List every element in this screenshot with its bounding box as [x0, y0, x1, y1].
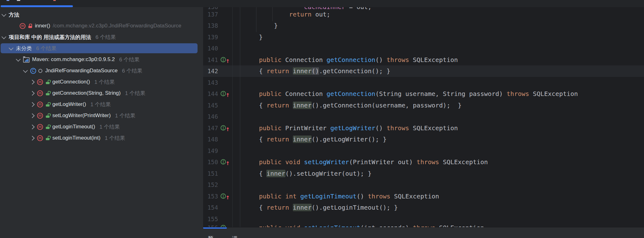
code-text: public void setLoginTimeout(int seconds)… [229, 222, 484, 227]
tree-row-method-getconnection-string-string[interactable]: mgetConnection(String, String)1 个结果 [0, 88, 203, 99]
code-line-154[interactable]: 154 { return inner().getLoginTimeout(); … [203, 202, 644, 213]
tree-row-section-methods[interactable]: 方法 [0, 9, 203, 20]
code-text: public Connection getConnection(String u… [229, 88, 578, 100]
code-preview-editor[interactable]: 136 cachedInner = out;137 return out;138… [203, 7, 644, 227]
chevron-right-icon[interactable] [30, 113, 35, 118]
line-number: 153 [203, 191, 218, 202]
lock-open-icon [46, 113, 50, 118]
line-number: 138 [203, 20, 218, 31]
tree-item-label: 方法 [9, 11, 19, 18]
tree-row-usage-target-inner[interactable]: minner()/com.mchange.v2.c3p0.JndiRefForw… [0, 20, 203, 31]
tree-row-method-setlogintimeout[interactable]: msetLoginTimeout(int)1 个结果 [0, 132, 203, 144]
tree-item-label: setLogWriter(PrintWriter) [52, 112, 111, 119]
code-text: { return inner().getConnection(); } [229, 65, 390, 77]
chevron-right-icon[interactable] [30, 136, 35, 140]
code-line-145[interactable]: 145 { return inner().getConnection(usern… [203, 100, 644, 111]
result-count: 6 个结果 [95, 34, 116, 41]
result-count: 1 个结果 [94, 79, 115, 86]
chevron-down-icon[interactable] [2, 12, 7, 17]
line-number: 139 [203, 31, 218, 43]
line-number: 156 [203, 222, 218, 227]
method-icon: m [37, 79, 43, 85]
code-line-143[interactable]: 143 [203, 77, 644, 88]
lock-open-icon [46, 91, 50, 96]
tab-preview-label: 预览 [208, 235, 213, 238]
active-tab-indicator [1, 5, 73, 7]
lock-open-icon [46, 102, 50, 107]
result-count: 1 个结果 [125, 90, 145, 97]
code-line-153[interactable]: 153I↑ public int getLoginTimeout() throw… [203, 191, 644, 202]
tree-row-library-maven-c3p0[interactable]: Maven: com.mchange:c3p0:0.9.5.26 个结果 [0, 54, 203, 65]
code-text: return out; [229, 9, 330, 20]
tree-row-method-getlogintimeout[interactable]: mgetLoginTimeout()1 个结果 [0, 121, 203, 132]
chevron-down-icon[interactable] [2, 34, 7, 39]
code-line-142[interactable]: 142 { return inner().getConnection(); } [203, 65, 644, 77]
code-line-138[interactable]: 138 } [203, 20, 644, 31]
code-text: { return inner().getLoginTimeout(); } [229, 202, 398, 213]
tree-row-method-getlogwriter[interactable]: mgetLogWriter()1 个结果 [0, 99, 203, 110]
library-icon [23, 57, 30, 63]
code-line-151[interactable]: 151 { inner().setLogWriter(out); } [203, 168, 644, 179]
line-number: 149 [203, 145, 218, 157]
lock-closed-icon [28, 24, 32, 28]
line-number: 154 [203, 202, 218, 213]
line-number: 142 [203, 65, 218, 77]
method-icon: m [37, 135, 43, 141]
lock-open-icon [46, 125, 50, 129]
tree-row-section-usages[interactable]: 项目和库 中的 用法或基方法的用法6 个结果 [0, 31, 203, 43]
code-line-150[interactable]: 150I↑ public void setLogWriter(PrintWrit… [203, 156, 644, 168]
code-line-140[interactable]: 140 [203, 43, 644, 54]
code-line-146[interactable]: 146 [203, 111, 644, 122]
qualified-path: /com.mchange.v2.c3p0.JndiRefForwardingDa… [53, 23, 181, 29]
chevron-down-icon[interactable] [23, 68, 28, 73]
tree-item-label: setLoginTimeout(int) [52, 135, 100, 141]
toolwindow-header-strip [0, 0, 644, 7]
chevron-down-icon[interactable] [16, 57, 21, 62]
code-text: public Connection getConnection() throws… [229, 54, 458, 66]
chevron-right-icon[interactable] [30, 79, 35, 84]
line-number: 137 [203, 9, 218, 20]
usages-tree[interactable]: 方法minner()/com.mchange.v2.c3p0.JndiRefFo… [0, 9, 203, 144]
code-line-144[interactable]: 144I↑ public Connection getConnection(St… [203, 88, 644, 100]
code-line-141[interactable]: 141I↑ public Connection getConnection() … [203, 54, 644, 66]
chevron-right-icon[interactable] [30, 124, 35, 129]
code-line-149[interactable]: 149 [203, 145, 644, 157]
result-count: 1 个结果 [105, 135, 125, 142]
code-line-156[interactable]: 156I↑ public void setLoginTimeout(int se… [203, 222, 644, 227]
tree-item-label: getLoginTimeout() [52, 124, 95, 130]
line-number: 141 [203, 54, 218, 66]
code-line-139[interactable]: 139 } [203, 31, 644, 43]
tree-item-label: getConnection() [52, 79, 90, 85]
chevron-right-icon[interactable] [30, 91, 35, 96]
line-number: 143 [203, 77, 218, 88]
find-usages-window: 方法minner()/com.mchange.v2.c3p0.JndiRefFo… [0, 0, 644, 238]
code-line-147[interactable]: 147I↑ public PrintWriter getLogWriter() … [203, 122, 644, 134]
visibility-icon [38, 69, 42, 73]
result-count: 6 个结果 [122, 67, 142, 74]
line-number: 151 [203, 168, 218, 179]
tree-item-label: inner() [35, 23, 50, 29]
tree-row-method-getconnection[interactable]: mgetConnection()1 个结果 [0, 76, 203, 88]
tree-item-label: JndiRefForwardingDataSource [45, 68, 117, 74]
method-icon: m [20, 23, 26, 29]
tree-row-class-jndirefforwardingdatasource[interactable]: CJndiRefForwardingDataSource6 个结果 [0, 65, 203, 76]
tab-call-hierarchy-label: 调用层次结构 [232, 235, 237, 238]
tree-row-group-unclassified[interactable]: 未分类6 个结果 [0, 43, 203, 54]
lock-open-icon [46, 136, 50, 140]
line-number: 147 [203, 122, 218, 134]
code-text: public void setLogWriter(PrintWriter out… [229, 156, 488, 168]
line-number: 152 [203, 179, 218, 191]
chevron-right-icon[interactable] [30, 102, 35, 107]
clipped-toolbar-icon [17, 0, 20, 1]
clipped-toolbar-icon [7, 0, 9, 1]
method-icon: m [37, 113, 43, 119]
result-count: 1 个结果 [115, 112, 135, 119]
code-line-152[interactable]: 152 [203, 179, 644, 191]
tree-item-label: 项目和库 中的 用法或基方法的用法 [9, 34, 91, 41]
active-tab-indicator [203, 227, 227, 229]
code-text: public PrintWriter getLogWriter() throws… [229, 122, 458, 134]
result-count: 6 个结果 [119, 56, 140, 63]
tree-row-method-setlogwriter[interactable]: msetLogWriter(PrintWriter)1 个结果 [0, 110, 203, 121]
code-line-137[interactable]: 137 return out; [203, 9, 644, 20]
code-line-148[interactable]: 148 { return inner().getLogWriter(); } [203, 134, 644, 145]
